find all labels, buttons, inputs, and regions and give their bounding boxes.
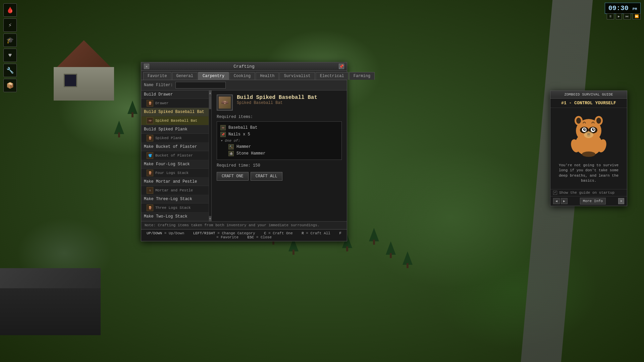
more-info-button[interactable]: More Info [580, 198, 606, 204]
tab-cooking[interactable]: Cooking [229, 72, 255, 80]
recipe-icon-mortar: ⚗️ [147, 187, 153, 194]
building2-roof [0, 268, 101, 288]
guide-header: ZOMBOID SURVIVAL GUIDE [550, 91, 627, 99]
recipe-header-bucket-plaster[interactable]: Make Bucket of Plaster [141, 143, 209, 151]
media-controls: ⏸ ▶ ⏭ ⏩ [607, 13, 641, 19]
survival-guide-panel: ZOMBOID SURVIVAL GUIDE #1 - CONTROL YOUR… [550, 90, 627, 206]
recipe-header-build-drawer[interactable]: Build Drawer [141, 90, 209, 99]
recipe-header-three-log[interactable]: Make Three-Log Stack [141, 195, 209, 203]
recipe-header-spiked-bat[interactable]: Build Spiked Baseball Bat [141, 108, 209, 116]
tree [369, 228, 379, 245]
tab-electrical[interactable]: Electrical [316, 72, 348, 80]
craft-buttons: CRAFT ONE CRAFT ALL [217, 172, 342, 181]
pause-btn[interactable]: ⏸ [607, 13, 614, 19]
fast-forward-btn[interactable]: ⏭ [624, 13, 631, 19]
scrollbar-track [209, 96, 211, 216]
play-btn[interactable]: ▶ [616, 13, 622, 19]
guide-next-btn[interactable]: ▶ [561, 198, 568, 204]
tree [127, 101, 138, 117]
requirements-box: 🦇 Baseball Bat 📌 Nails x 5 ▾ One of: 🔨 H… [217, 121, 342, 160]
recipe-list-scrollbar: ▲ ▼ [209, 90, 211, 221]
recipe-item-bucket-plaster[interactable]: 🪣 Bucket of Plaster [141, 151, 209, 160]
guide-nav-row: ◀ ▶ More Info ✕ [550, 196, 627, 206]
speed-btn[interactable]: ⏩ [633, 13, 641, 19]
clock-time: 09:30 [608, 4, 629, 12]
building-shed [50, 40, 117, 101]
hud-icon-4[interactable]: ♥ [3, 49, 17, 62]
required-time: Required time: 150 [217, 163, 342, 168]
req-icon-nails: 📌 [220, 132, 226, 137]
guide-title: #1 - CONTROL YOURSELF [550, 99, 627, 108]
hud-icon-1[interactable]: 🩸 [3, 3, 17, 17]
craft-one-button[interactable]: CRAFT ONE [217, 172, 249, 181]
scrollbar-up-btn[interactable]: ▲ [209, 90, 211, 96]
svg-point-18 [582, 152, 595, 157]
tree [402, 251, 413, 268]
tree [386, 241, 396, 258]
recipe-item-spiked-bat[interactable]: 🦇 Spiked Baseball Bat [141, 116, 209, 125]
filter-label: Name Filter: [144, 83, 173, 87]
svg-point-13 [593, 128, 594, 130]
tree [114, 121, 124, 137]
recipe-item-two-log[interactable]: 🪵 Two Logs Stack [141, 221, 209, 221]
req-item-nails: 📌 Nails x 5 [220, 131, 338, 138]
recipe-icon-four-log: 🪵 [147, 170, 153, 176]
name-filter-input[interactable] [175, 82, 226, 88]
hud-icon-3[interactable]: 🎓 [3, 34, 17, 47]
list-items: Build Drawer 🪵 Drawer Build Spiked Baseb… [141, 90, 209, 221]
scrollbar-thumb[interactable] [209, 96, 211, 109]
req-item-hammer: 🔨 Hammer [220, 143, 338, 150]
craft-all-button[interactable]: CRAFT ALL [251, 172, 282, 181]
req-separator-one-of: ▾ One of: [220, 138, 338, 143]
detail-recipe-icon: 🦇 [217, 95, 233, 111]
req-icon-stone-hammer: 🪨 [228, 151, 234, 156]
svg-point-15 [584, 131, 593, 138]
recipe-header-spiked-plank[interactable]: Build Spiked Plank [141, 125, 209, 134]
detail-recipe-subtitle: Spiked Baseball Bat [237, 101, 317, 105]
scrollbar-down-btn[interactable]: ▼ [209, 216, 211, 221]
recipe-detail: 🦇 Build Spiked Baseball Bat Spiked Baseb… [212, 90, 347, 221]
game-clock: 09:30 PM [605, 3, 641, 14]
window-titlebar: ✕ Crafting 📌 [141, 62, 347, 71]
tab-health[interactable]: Health [256, 72, 279, 80]
tab-farming[interactable]: Farming [349, 72, 375, 80]
clock-suffix: PM [633, 7, 637, 11]
guide-startup-checkbox[interactable]: ✓ [553, 191, 557, 195]
tab-general[interactable]: General [172, 72, 198, 80]
guide-close-button[interactable]: ✕ [618, 198, 624, 204]
hud-icon-6[interactable]: 📦 [3, 79, 17, 92]
building-dark [0, 268, 101, 335]
recipe-header-two-log[interactable]: Make Two-Log Stack [141, 213, 209, 221]
guide-checkbox-row: ✓ Show the guide on startup [550, 189, 627, 196]
req-item-stone-hammer: 🪨 Stone Hammer [220, 150, 338, 157]
list-scroll-area: Build Drawer 🪵 Drawer Build Spiked Baseb… [141, 90, 211, 221]
raccoon-svg [567, 111, 610, 158]
req-item-baseball-bat: 🦇 Baseball Bat [220, 124, 338, 131]
window-pin-button[interactable]: 📌 [339, 64, 344, 69]
recipe-item-four-log[interactable]: 🪵 Four Logs Stack [141, 169, 209, 178]
detail-icon-inner: 🦇 [219, 97, 231, 109]
recipe-icon-bucket-plaster: 🪣 [147, 152, 153, 159]
tab-favorite[interactable]: Favorite [143, 72, 171, 80]
recipe-item-spiked-plank[interactable]: 🪵 Spiked Plank [141, 134, 209, 143]
window-title: Crafting [233, 64, 254, 69]
tab-survivalist[interactable]: Survivalist [279, 72, 315, 80]
hotkey-bar: UP/DOWN = Up/Down LEFT/RIGHT = Change Ca… [141, 229, 347, 241]
crafting-note: Note: Crafting items taken from both inv… [141, 221, 347, 229]
crafting-window: ✕ Crafting 📌 Favorite General Carpentry … [141, 62, 347, 241]
svg-point-12 [584, 128, 586, 130]
recipe-item-drawer[interactable]: 🪵 Drawer [141, 99, 209, 108]
recipe-item-mortar[interactable]: ⚗️ Mortar and Pestle [141, 186, 209, 195]
guide-prev-btn[interactable]: ◀ [553, 198, 560, 204]
svg-point-4 [576, 118, 581, 124]
hud-icon-5[interactable]: 🔧 [3, 64, 17, 77]
detail-title-area: Build Spiked Baseball Bat Spiked Basebal… [237, 95, 317, 105]
detail-recipe-title: Build Spiked Baseball Bat [237, 95, 317, 101]
building-roof [50, 40, 117, 67]
recipe-item-three-log[interactable]: 🪵 Three Logs Stack [141, 203, 209, 213]
window-close-button[interactable]: ✕ [144, 64, 149, 69]
recipe-header-four-log[interactable]: Make Four-Log Stack [141, 160, 209, 169]
hud-icon-2[interactable]: ⚡ [3, 18, 17, 32]
recipe-header-mortar[interactable]: Make Mortar and Pestle [141, 178, 209, 186]
tab-carpentry[interactable]: Carpentry [198, 72, 229, 80]
